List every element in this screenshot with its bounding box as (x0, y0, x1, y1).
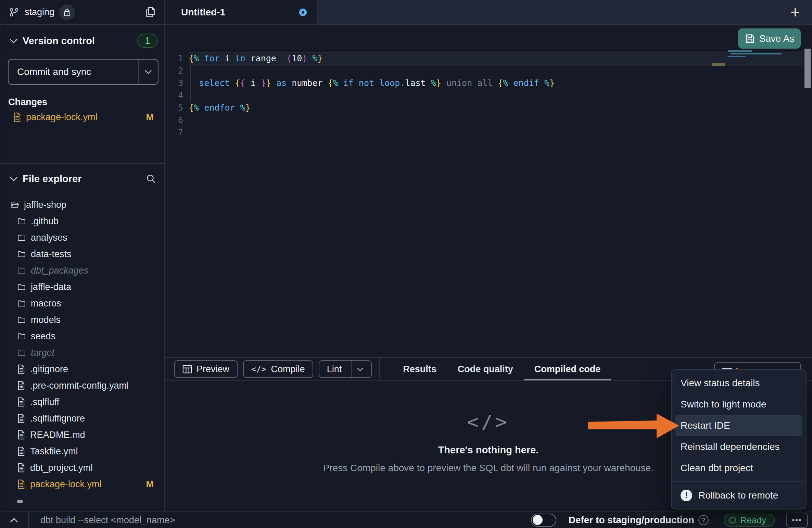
status-badge[interactable]: Ready (724, 514, 775, 527)
menu-item-reinstall-dependencies[interactable]: Reinstall dependencies (675, 436, 802, 457)
ide-options-button[interactable] (786, 513, 808, 528)
chevron-up-icon (10, 518, 18, 523)
tab-title: Untitled-1 (181, 7, 225, 18)
folder-icon (17, 332, 26, 341)
code-line-1[interactable]: 1{% for i in range (10) %} (165, 52, 803, 65)
tree-item-.sqlfluffignore[interactable]: .sqlfluffignore (0, 410, 164, 427)
defer-toggle[interactable] (531, 514, 556, 527)
code-editor[interactable]: Save As 1{% for i in range (10) %}23 sel… (165, 25, 812, 357)
new-tab-button[interactable]: + (778, 0, 812, 24)
tree-item-models[interactable]: models (0, 312, 164, 328)
button-divider (351, 361, 352, 377)
lock-icon (63, 8, 71, 17)
folder-open-icon (10, 200, 19, 209)
preview-label: Preview (196, 364, 229, 375)
tree-item-analyses[interactable]: analyses (0, 229, 164, 246)
menu-item-rollback-to-remote[interactable]: !Rollback to remote (675, 485, 802, 506)
tree-item-.pre-commit-config.yaml[interactable]: .pre-commit-config.yaml (0, 377, 164, 394)
tree-item-dbt_packages[interactable]: dbt_packages (0, 262, 164, 279)
git-branch-icon (9, 7, 19, 17)
menu-item-label: Switch to light mode (681, 399, 766, 410)
menu-item-restart-ide[interactable]: Restart IDE (675, 415, 802, 436)
menu-item-label: Reinstall dependencies (681, 441, 780, 452)
tree-item-.github[interactable]: .github (0, 213, 164, 229)
tree-item-label: package-lock.yml (30, 479, 102, 490)
chevron-down-icon (10, 38, 18, 43)
file-icon (17, 364, 25, 374)
menu-item-clean-dbt-project[interactable]: Clean dbt project (675, 457, 802, 479)
tree-item-.gitignore[interactable]: .gitignore (0, 361, 164, 377)
copy-icon[interactable] (145, 7, 156, 18)
tree-item-.sqlfluff[interactable]: .sqlfluff (0, 394, 164, 410)
panel-tab-code-quality[interactable]: Code quality (447, 358, 524, 380)
tree-item-label: .github (31, 216, 59, 227)
file-explorer-header[interactable]: File explorer (0, 168, 164, 189)
preview-button[interactable]: Preview (174, 360, 238, 378)
alert-circle-icon: ! (681, 490, 692, 501)
tree-item-package-lock.yml[interactable]: package-lock.ymlM (0, 476, 164, 492)
file-explorer-section: File explorer jaffle-shop.githubanalyses… (0, 164, 164, 512)
menu-item-switch-to-light-mode[interactable]: Switch to light mode (675, 394, 802, 415)
tab-untitled-1[interactable]: Untitled-1 (165, 0, 318, 24)
code-text: select {{ i }} as number {% if not loop.… (189, 77, 803, 89)
tree-item-jaffle-data[interactable]: jaffle-data (0, 279, 164, 295)
ide-status-menu: View status detailsSwitch to light modeR… (671, 369, 807, 510)
chevron-down-icon (10, 176, 18, 181)
line-number: 3 (165, 77, 189, 89)
editor-tab-strip: Untitled-1 + (165, 0, 812, 25)
panel-tab-results[interactable]: Results (392, 358, 447, 380)
menu-item-view-status-details[interactable]: View status details (675, 373, 802, 394)
tree-item-label: dbt_packages (31, 265, 88, 276)
code-line-5[interactable]: 5{% endfor %} (165, 102, 803, 114)
file-icon (17, 397, 25, 407)
tree-item-dbt_project.yml[interactable]: dbt_project.yml (0, 460, 164, 476)
tree-item-README.md[interactable]: README.md (0, 427, 164, 443)
tree-item-data-tests[interactable]: data-tests (0, 246, 164, 262)
branch-name[interactable]: staging (25, 7, 54, 17)
branch-header: staging (0, 0, 164, 25)
commit-and-sync-button[interactable]: Commit and sync (8, 59, 158, 85)
tree-item-label: jaffle-data (31, 282, 71, 292)
code-line-7[interactable]: 7 (165, 126, 803, 139)
file-icon (17, 430, 25, 440)
file-icon (17, 381, 25, 390)
tree-item-label: macros (31, 298, 61, 309)
tree-item-jaffle-shop[interactable]: jaffle-shop (0, 197, 164, 213)
help-icon[interactable] (698, 515, 709, 525)
tree-item-label: models (31, 315, 61, 325)
code-text: {% endfor %} (189, 102, 803, 114)
panel-tab-compiled-code[interactable]: Compiled code (524, 358, 611, 380)
tree-item-Taskfile.yml[interactable]: Taskfile.yml (0, 443, 164, 460)
editor-scrollbar[interactable] (803, 49, 812, 357)
minimap[interactable] (728, 49, 803, 227)
file-icon (17, 463, 25, 473)
save-as-button[interactable]: Save As (738, 28, 801, 49)
commit-options-chevron-icon[interactable] (139, 70, 158, 74)
tree-item-target[interactable]: target (0, 344, 164, 361)
scrollbar-thumb[interactable] (804, 49, 811, 88)
tree-item-seeds[interactable]: seeds (0, 328, 164, 344)
modified-badge: M (146, 112, 154, 123)
code-line-2[interactable]: 2 (165, 65, 803, 77)
file-icon (17, 447, 25, 456)
search-icon[interactable] (145, 173, 156, 184)
commit-and-sync-label: Commit and sync (17, 66, 91, 77)
plus-icon: + (790, 3, 800, 22)
version-control-title: Version control (23, 35, 95, 47)
command-input[interactable]: dbt build --select <model_name> (40, 515, 175, 526)
version-control-header[interactable]: Version control 1 (0, 30, 164, 51)
compile-button[interactable]: </> Compile (243, 360, 313, 378)
tree-item-label: .pre-commit-config.yaml (30, 380, 129, 391)
folder-icon (17, 217, 26, 226)
lint-button[interactable]: Lint (319, 360, 372, 378)
modified-badge: M (146, 479, 154, 490)
expand-command-bar-button[interactable] (0, 512, 29, 528)
code-line-6[interactable]: 6 (165, 114, 803, 126)
folder-icon (17, 299, 26, 308)
changed-file-row[interactable]: package-lock.yml M (0, 109, 164, 125)
chevron-down-icon[interactable] (357, 367, 364, 372)
code-line-4[interactable]: 4 (165, 89, 803, 102)
code-line-3[interactable]: 3 select {{ i }} as number {% if not loo… (165, 77, 803, 89)
tree-item-macros[interactable]: macros (0, 295, 164, 312)
code-lines[interactable]: 1{% for i in range (10) %}23 select {{ i… (165, 52, 803, 139)
